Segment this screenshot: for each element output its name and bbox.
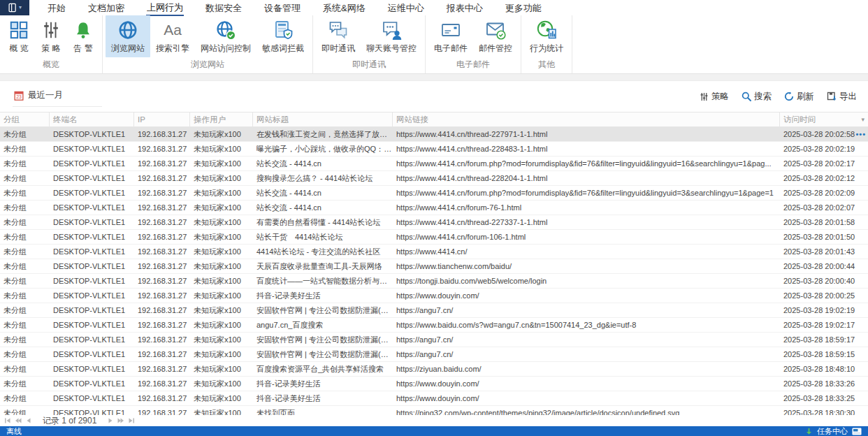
table-row[interactable]: 未分组 DESKTOP-VLKTLE1 192.168.31.27 未知玩家x1… (0, 157, 868, 171)
cell-group: 未分组 (0, 333, 50, 347)
cell-website-url: https://www.4414.cn/thread-227337-1-1.ht… (393, 215, 780, 229)
cell-visit-time: 2025-03-28 20:02:17 (780, 157, 868, 170)
table-row[interactable]: 未分组 DESKTOP-VLKTLE1 192.168.31.27 未知玩家x1… (0, 347, 868, 362)
nav-next-icon[interactable] (107, 417, 114, 424)
column-header-url[interactable]: 网站链接 (393, 112, 780, 126)
cell-website-url: https://www.douyin.com/ (393, 377, 780, 391)
ribbon-item-email[interactable]: 电子邮件 (428, 15, 473, 57)
table-row[interactable]: 未分组 DESKTOP-VLKTLE1 192.168.31.27 未知玩家x1… (0, 318, 868, 333)
ribbon-item-website-access-control[interactable]: 网站访问控制 (195, 15, 256, 57)
cell-website-url: https://www.4414.cn/forum-106-1.html (393, 230, 780, 244)
cell-website-title: 百度统计——一站式智能数据分析与应用平台 (253, 274, 393, 288)
table-row[interactable]: 未分组 DESKTOP-VLKTLE1 192.168.31.27 未知玩家x1… (0, 215, 868, 230)
nav-next-page-icon[interactable] (117, 417, 124, 424)
cell-terminal: DESKTOP-VLKTLE1 (50, 333, 134, 347)
search-button[interactable]: 搜索 (742, 91, 772, 103)
tab-more-features[interactable]: 更多功能 (494, 0, 553, 15)
table-row[interactable]: 未分组 DESKTOP-VLKTLE1 192.168.31.27 未知玩家x1… (0, 245, 868, 259)
cell-terminal: DESKTOP-VLKTLE1 (50, 347, 134, 361)
table-row[interactable]: 未分组 DESKTOP-VLKTLE1 192.168.31.27 未知玩家x1… (0, 362, 868, 377)
menu-tabs: 开始 文档加密 上网行为 数据安全 设备管理 系统&网络 运维中心 报表中心 更… (36, 0, 553, 15)
ribbon-item-policy[interactable]: 策 略 (35, 15, 67, 57)
table-row[interactable]: 未分组 DESKTOP-VLKTLE1 192.168.31.27 未知玩家x1… (0, 406, 868, 415)
cell-user: 未知玩家x100 (190, 157, 253, 170)
chevron-down-icon: ▾ (19, 5, 22, 10)
cell-website-title: 有需要的自然看得懂 - 4414站长论坛 (253, 215, 393, 229)
table-row[interactable]: 未分组 DESKTOP-VLKTLE1 192.168.31.27 未知玩家x1… (0, 171, 868, 186)
ribbon-group-label: 电子邮件 (428, 57, 518, 74)
table-row[interactable]: 未分组 DESKTOP-VLKTLE1 192.168.31.27 未知玩家x1… (0, 142, 868, 157)
column-header-time[interactable]: 访问时间 ▾ (780, 112, 868, 126)
task-center-button[interactable]: 任务中心 (817, 426, 848, 436)
tray-panel-icon[interactable] (852, 428, 862, 435)
nav-prev-icon[interactable] (25, 417, 32, 424)
table-row[interactable]: 未分组 DESKTOP-VLKTLE1 192.168.31.27 未知玩家x1… (0, 377, 868, 391)
column-header-group[interactable]: 分组 (0, 112, 50, 126)
cell-ip: 192.168.31.27 (134, 230, 190, 244)
table-row[interactable]: 未分组 DESKTOP-VLKTLE1 192.168.31.27 未知玩家x1… (0, 333, 868, 347)
column-header-ip[interactable]: IP (134, 112, 190, 126)
ribbon-item-overview[interactable]: 概 览 (3, 15, 35, 57)
search-engine-icon: Aa (162, 20, 183, 41)
cell-group: 未分组 (0, 289, 50, 303)
table-row[interactable]: 未分组 DESKTOP-VLKTLE1 192.168.31.27 未知玩家x1… (0, 201, 868, 215)
tab-ops-center[interactable]: 运维中心 (377, 0, 435, 15)
cell-ip: 192.168.31.27 (134, 377, 190, 391)
column-header-title[interactable]: 网站标题 (253, 112, 393, 126)
column-header-user[interactable]: 操作用户 (190, 112, 253, 126)
tab-doc-encryption[interactable]: 文档加密 (77, 0, 136, 15)
tab-data-security[interactable]: 数据安全 (194, 0, 253, 15)
cell-website-url: https://tongji.baidu.com/web5/welcome/lo… (393, 274, 780, 288)
nav-last-icon[interactable] (128, 417, 135, 424)
table-row[interactable]: 未分组 DESKTOP-VLKTLE1 192.168.31.27 未知玩家x1… (0, 274, 868, 289)
ribbon-item-browse-websites[interactable]: 浏览网站 (106, 15, 150, 57)
refresh-button[interactable]: 刷新 (784, 91, 814, 103)
nav-prev-page-icon[interactable] (15, 417, 22, 424)
row-more-button[interactable]: ••• (855, 127, 866, 141)
cell-website-title: 搜狗搜录怎么搞？ - 4414站长论坛 (253, 171, 393, 185)
tab-internet-behavior[interactable]: 上网行为 (136, 0, 194, 15)
ribbon-group-instant-messaging: 即时通讯 聊天账号管控 即时通讯 (313, 15, 426, 73)
cell-website-title: 天辰百度收录批量查询工具-天辰网络 (253, 259, 393, 273)
cell-user: 未知玩家x100 (190, 259, 253, 273)
tab-start[interactable]: 开始 (36, 0, 77, 15)
cell-ip: 192.168.31.27 (134, 391, 190, 405)
ribbon-item-label: 概 览 (9, 43, 28, 54)
button-label: 搜索 (754, 91, 772, 103)
table-row[interactable]: 未分组 DESKTOP-VLKTLE1 192.168.31.27 未知玩家x1… (0, 391, 868, 406)
tab-report-center[interactable]: 报表中心 (435, 0, 494, 15)
tab-system-network[interactable]: 系统&网络 (312, 0, 377, 15)
export-button[interactable]: 导出 (827, 91, 857, 103)
column-filter-arrow-icon[interactable]: ▾ (861, 116, 865, 123)
ribbon-item-label: 搜索引擎 (156, 43, 189, 54)
table-row[interactable]: 未分组 DESKTOP-VLKTLE1 192.168.31.27 未知玩家x1… (0, 259, 868, 274)
table-row[interactable]: 未分组 DESKTOP-VLKTLE1 192.168.31.27 未知玩家x1… (0, 289, 868, 303)
cell-visit-time: 2025-03-28 20:02:12 (780, 171, 868, 185)
visit-time-text: 2025-03-28 18:59:15 (783, 347, 855, 361)
cell-website-title: 安固软件官网 | 专注公司数据防泄漏(DLP)，... (253, 303, 393, 317)
cell-website-url: https://www.4414.cn/thread-228204-1-1.ht… (393, 171, 780, 185)
date-range-filter[interactable]: 23 最近一月 (13, 86, 102, 107)
ribbon-item-alert[interactable]: 告 警 (67, 15, 99, 57)
ribbon-item-sensitive-word-block[interactable]: 敏感词拦截 (256, 15, 310, 57)
policy-button[interactable]: 策略 (700, 91, 729, 103)
cell-group: 未分组 (0, 245, 50, 259)
app-menu-button[interactable]: ▾ (0, 0, 29, 15)
tab-device-management[interactable]: 设备管理 (253, 0, 312, 15)
cell-visit-time: 2025-03-28 18:59:17 (780, 333, 868, 347)
ribbon-item-instant-messaging[interactable]: 即时通讯 (316, 15, 361, 57)
table-row[interactable]: 未分组 DESKTOP-VLKTLE1 192.168.31.27 未知玩家x1… (0, 303, 868, 318)
ribbon-item-chat-account-control[interactable]: 聊天账号管控 (361, 15, 422, 57)
cell-terminal: DESKTOP-VLKTLE1 (50, 171, 134, 185)
ribbon-item-search-engine[interactable]: Aa 搜索引擎 (150, 15, 195, 57)
table-row[interactable]: 未分组 DESKTOP-VLKTLE1 192.168.31.27 未知玩家x1… (0, 127, 868, 142)
app-logo-icon (8, 3, 17, 13)
cell-ip: 192.168.31.27 (134, 186, 190, 200)
cell-terminal: DESKTOP-VLKTLE1 (50, 318, 134, 332)
table-row[interactable]: 未分组 DESKTOP-VLKTLE1 192.168.31.27 未知玩家x1… (0, 186, 868, 201)
ribbon-item-email-control[interactable]: 邮件管控 (473, 15, 518, 57)
column-header-terminal[interactable]: 终端名 (50, 112, 134, 126)
ribbon-item-behavior-statistics[interactable]: 行为统计 (524, 15, 569, 57)
nav-first-icon[interactable] (4, 417, 11, 424)
table-row[interactable]: 未分组 DESKTOP-VLKTLE1 192.168.31.27 未知玩家x1… (0, 230, 868, 245)
